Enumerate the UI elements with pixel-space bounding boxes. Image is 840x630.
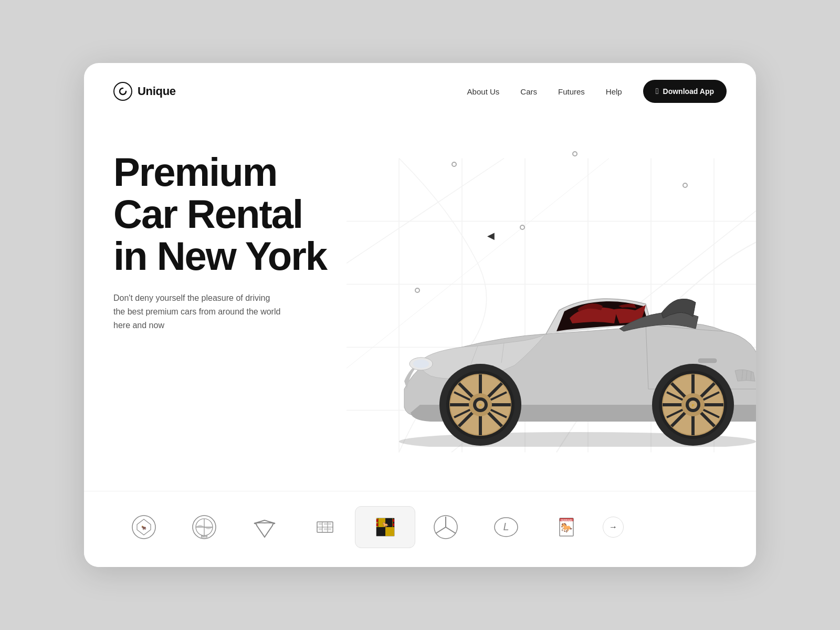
brands-next-arrow[interactable]: → — [603, 517, 624, 538]
brand-lamborghini[interactable]: 🐂 — [113, 506, 174, 548]
navbar: Unique About Us Cars Futures Help  Down… — [84, 63, 756, 120]
svg-text:L: L — [503, 521, 509, 532]
brands-row: 🐂 BMW — [84, 491, 756, 567]
brand-lexus[interactable]: L — [476, 506, 536, 548]
brand-ferrari[interactable]: 🐎 FERRARI — [536, 506, 596, 548]
svg-rect-77 — [376, 523, 378, 526]
svg-rect-62 — [319, 523, 322, 525]
main-card: Unique About Us Cars Futures Help  Down… — [84, 63, 756, 567]
svg-rect-65 — [319, 528, 322, 530]
brand-cadillac[interactable] — [295, 506, 355, 548]
hero-title-line2: Car Rental — [113, 192, 302, 236]
logo-icon — [113, 82, 132, 101]
svg-text:🐎: 🐎 — [382, 521, 389, 528]
svg-rect-63 — [324, 528, 328, 530]
svg-text:P: P — [479, 404, 482, 407]
svg-rect-71 — [376, 527, 385, 536]
svg-rect-17 — [698, 359, 717, 363]
map-dot-1 — [452, 162, 457, 167]
map-dot-2 — [572, 151, 578, 156]
nav-about-us[interactable]: About Us — [467, 87, 500, 96]
nav-links: About Us Cars Futures Help  Download Ap… — [467, 80, 727, 103]
apple-icon:  — [656, 87, 659, 96]
download-app-label: Download App — [663, 87, 714, 96]
arrow-label: → — [609, 522, 617, 532]
nav-futures[interactable]: Futures — [558, 87, 585, 96]
svg-text:P: P — [692, 404, 695, 407]
svg-rect-79 — [393, 523, 394, 526]
svg-rect-72 — [385, 527, 394, 536]
car-svg: P P — [378, 226, 756, 447]
hero-text: Premium Car Rental in New York Don't den… — [113, 141, 327, 332]
hero-section: ◀ Premium Car Rental in New York Don't d… — [84, 120, 756, 491]
brand-tesla[interactable] — [234, 506, 295, 548]
svg-text:BMW: BMW — [201, 535, 207, 538]
brand-mercedes[interactable] — [415, 506, 476, 548]
svg-rect-78 — [393, 519, 394, 522]
svg-rect-66 — [328, 528, 331, 530]
hero-title-line3: in New York — [113, 234, 327, 278]
svg-line-82 — [436, 527, 446, 533]
svg-text:FERRARI: FERRARI — [560, 519, 572, 522]
svg-point-22 — [413, 360, 429, 368]
download-app-button[interactable]:  Download App — [643, 80, 727, 103]
logo-text: Unique — [138, 85, 176, 98]
nav-help[interactable]: Help — [606, 87, 622, 96]
logo-group: Unique — [113, 82, 176, 101]
svg-text:🐂: 🐂 — [141, 525, 146, 530]
brand-bmw[interactable]: BMW — [174, 506, 234, 548]
hero-title: Premium Car Rental in New York — [113, 151, 327, 277]
map-dot-3 — [682, 183, 688, 188]
hero-subtitle: Don't deny yourself the pleasure of driv… — [113, 291, 281, 332]
svg-line-83 — [446, 527, 456, 533]
svg-rect-76 — [376, 519, 378, 522]
nav-cars[interactable]: Cars — [520, 87, 537, 96]
svg-rect-64 — [328, 523, 331, 525]
car-image: P P — [378, 226, 756, 449]
brand-porsche[interactable]: 🐎 — [355, 506, 415, 548]
svg-rect-67 — [324, 523, 328, 525]
svg-text:🐎: 🐎 — [561, 522, 573, 533]
hero-title-line1: Premium — [113, 150, 277, 194]
svg-point-0 — [114, 82, 132, 100]
